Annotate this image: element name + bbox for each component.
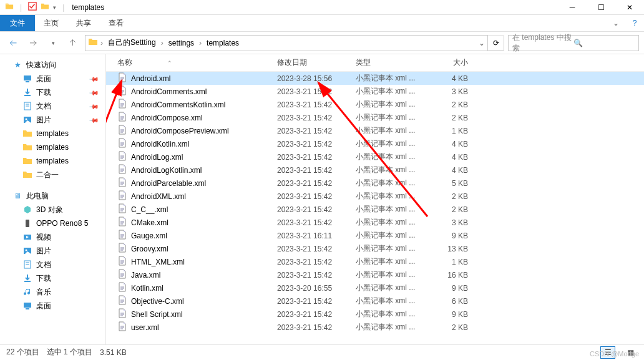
maximize-button[interactable]: ☐ <box>587 0 615 15</box>
crumb-1[interactable]: settings <box>166 39 197 47</box>
file-row[interactable]: AndroidParcelable.xml2023-3-21 15:42小黑记事… <box>106 177 644 190</box>
file-row[interactable]: Gauge.xml2023-3-21 16:11小黑记事本 xml ...9 K… <box>106 229 644 242</box>
tab-share[interactable]: 共享 <box>67 15 100 31</box>
file-row[interactable]: CMake.xml2023-3-21 15:42小黑记事本 xml ...3 K… <box>106 216 644 229</box>
view-large-button[interactable]: ▦ <box>623 346 638 359</box>
folder-icon <box>22 156 32 166</box>
file-row[interactable]: C_C__.xml2023-3-21 15:42小黑记事本 xml ...2 K… <box>106 203 644 216</box>
nav-pc-item[interactable]: 3D 对象 <box>0 203 105 216</box>
back-button[interactable]: 🡠 <box>5 35 21 51</box>
doc-icon <box>22 260 32 270</box>
file-row[interactable]: AndroidXML.xml2023-3-21 15:42小黑记事本 xml .… <box>106 190 644 203</box>
ribbon-collapse-icon[interactable]: ⌄ <box>607 15 625 31</box>
nav-quick-item[interactable]: 图片📌 <box>0 113 105 127</box>
breadcrumb-sep[interactable]: › <box>100 39 103 47</box>
file-icon <box>117 295 127 307</box>
nav-pc-item[interactable]: 桌面 <box>0 299 105 313</box>
file-icon <box>117 243 127 255</box>
status-selected: 选中 1 个项目 <box>47 347 92 358</box>
file-row[interactable]: AndroidComments.xml2023-3-21 15:42小黑记事本 … <box>106 85 644 98</box>
recent-dropdown-icon[interactable]: ▾ <box>45 35 61 51</box>
file-name: AndroidKotlin.xml <box>131 140 189 148</box>
file-row[interactable]: Kotlin.xml2023-3-20 16:55小黑记事本 xml ...9 … <box>106 281 644 294</box>
folder-icon <box>88 37 98 49</box>
nav-pc-item[interactable]: 音乐 <box>0 285 105 299</box>
file-size: 2 KB <box>428 100 468 109</box>
file-type: 小黑记事本 xml ... <box>356 191 428 202</box>
file-row[interactable]: Android.xml2023-3-28 15:56小黑记事本 xml ...4… <box>106 72 644 85</box>
file-row[interactable]: AndroidCompose.xml2023-3-21 15:42小黑记事本 x… <box>106 111 644 124</box>
pic-icon <box>22 246 32 256</box>
nav-quick-item[interactable]: 二合一 <box>0 168 105 182</box>
tab-view[interactable]: 查看 <box>100 15 132 31</box>
tab-home[interactable]: 主页 <box>35 15 67 31</box>
file-row[interactable]: Objective-C.xml2023-3-21 15:42小黑记事本 xml … <box>106 294 644 308</box>
nav-quick-item[interactable]: templates <box>0 127 105 140</box>
col-type[interactable]: 类型 <box>356 57 428 68</box>
nav-pc-item[interactable]: 图片 <box>0 244 105 258</box>
file-type: 小黑记事本 xml ... <box>356 139 428 149</box>
help-icon[interactable]: ? <box>625 15 644 31</box>
svg-rect-15 <box>24 303 31 308</box>
col-name[interactable]: 名称⌃ <box>117 57 277 68</box>
file-row[interactable]: AndroidKotlin.xml2023-3-21 15:42小黑记事本 xm… <box>106 137 644 150</box>
file-type: 小黑记事本 xml ... <box>356 86 428 97</box>
col-size[interactable]: 大小 <box>428 57 468 68</box>
qat-checkbox-icon[interactable] <box>28 2 37 12</box>
file-icon <box>117 216 127 228</box>
file-type: 小黑记事本 xml ... <box>356 99 428 110</box>
breadcrumb-dropdown-icon[interactable]: ⌄ <box>479 39 485 47</box>
refresh-button[interactable]: ⟳ <box>488 36 504 51</box>
up-button[interactable]: 🡡 <box>65 35 81 51</box>
column-headers[interactable]: 名称⌃ 修改日期 类型 大小 <box>106 54 644 72</box>
view-details-button[interactable]: ☰ <box>600 346 615 359</box>
3d-icon <box>22 205 32 215</box>
nav-pc-item[interactable]: OPPO Reno8 5 <box>0 216 105 230</box>
file-name: AndroidLog.xml <box>131 153 183 162</box>
qat-dropdown-icon[interactable]: ▾ <box>53 4 56 11</box>
breadcrumb-sep[interactable]: › <box>199 39 202 47</box>
nav-pc-item[interactable]: 下载 <box>0 271 105 285</box>
crumb-2[interactable]: templates <box>204 39 242 47</box>
close-button[interactable]: ✕ <box>615 0 644 15</box>
crumb-0[interactable]: 自己的Settting <box>105 37 159 48</box>
col-date[interactable]: 修改日期 <box>277 57 356 68</box>
file-row[interactable]: AndroidComposePreview.xml2023-3-21 15:42… <box>106 124 644 137</box>
nav-quick-access[interactable]: ★ 快速访问 <box>0 58 105 72</box>
file-size: 4 KB <box>428 74 468 83</box>
minimize-button[interactable]: ─ <box>558 0 587 15</box>
file-list[interactable]: Android.xml2023-3-28 15:56小黑记事本 xml ...4… <box>106 72 644 344</box>
pin-icon: 📌 <box>89 115 99 125</box>
file-date: 2023-3-21 15:42 <box>277 140 356 148</box>
file-row[interactable]: Groovy.xml2023-3-21 15:42小黑记事本 xml ...13… <box>106 242 644 255</box>
file-row[interactable]: AndroidLogKotlin.xml2023-3-21 15:42小黑记事本… <box>106 163 644 177</box>
nav-this-pc[interactable]: 🖥 此电脑 <box>0 189 105 203</box>
svg-rect-8 <box>26 220 29 227</box>
nav-pc-item[interactable]: 文档 <box>0 258 105 271</box>
nav-quick-item[interactable]: 文档📌 <box>0 99 105 113</box>
file-row[interactable]: Java.xml2023-3-21 15:42小黑记事本 xml ...16 K… <box>106 268 644 281</box>
folder-icon <box>22 129 32 139</box>
desktop-icon <box>22 74 32 84</box>
file-row[interactable]: Shell Script.xml2023-3-21 15:42小黑记事本 xml… <box>106 308 644 321</box>
breadcrumb-sep[interactable]: › <box>161 39 163 47</box>
nav-quick-item[interactable]: 桌面📌 <box>0 72 105 85</box>
search-input[interactable]: 在 templates 中搜索 🔍 <box>508 35 639 51</box>
nav-quick-item[interactable]: templates <box>0 140 105 154</box>
nav-pc-item[interactable]: 视频 <box>0 230 105 244</box>
breadcrumb[interactable]: › 自己的Settting › settings › templates ⌄ <box>85 35 488 51</box>
nav-quick-item[interactable]: 下载📌 <box>0 85 105 99</box>
file-row[interactable]: AndroidLog.xml2023-3-21 15:42小黑记事本 xml .… <box>106 150 644 163</box>
titlebar: | ▾ | templates ─ ☐ ✕ <box>0 0 644 15</box>
nav-quick-item[interactable]: templates <box>0 154 105 168</box>
file-tab[interactable]: 文件 <box>0 15 35 31</box>
file-date: 2023-3-21 15:42 <box>277 323 356 332</box>
qat-folder-icon[interactable] <box>41 2 49 12</box>
file-row[interactable]: AndroidCommentsKotlin.xml2023-3-21 15:42… <box>106 98 644 111</box>
file-row[interactable]: user.xml2023-3-21 15:42小黑记事本 xml ...2 KB <box>106 321 644 334</box>
forward-button[interactable]: 🡢 <box>25 35 41 51</box>
file-name: Groovy.xml <box>131 245 168 253</box>
file-row[interactable]: HTML_XML.xml2023-3-21 15:42小黑记事本 xml ...… <box>106 255 644 268</box>
file-icon <box>117 308 127 320</box>
nav-pane[interactable]: ★ 快速访问 桌面📌下载📌文档📌图片📌templatestemplatestem… <box>0 54 106 344</box>
